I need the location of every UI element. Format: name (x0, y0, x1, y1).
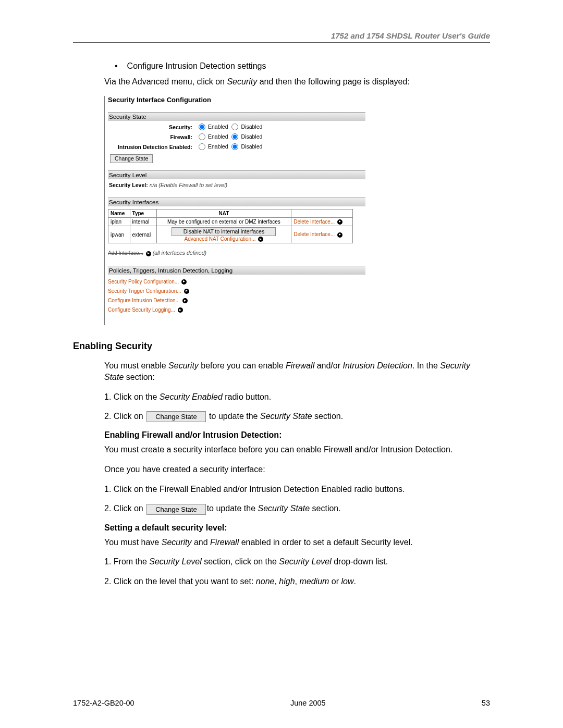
ids-disabled-radio[interactable] (231, 143, 238, 150)
level-intro: You must have Security and Firewall enab… (104, 537, 490, 548)
firewall-label: Firewall: (108, 132, 195, 142)
intrusion-config-link[interactable]: Configure Intrusion Detection... (108, 298, 180, 303)
table-row: ipwan external Disable NAT to internal i… (108, 226, 353, 243)
arrow-icon (337, 219, 342, 225)
level-step-2: 2. Click on the level that you want to s… (104, 576, 490, 587)
add-interface-link: Add Interface... (108, 250, 143, 256)
delete-interface-link[interactable]: Delete Interface... (293, 219, 335, 225)
level-label: Security Level: (109, 182, 148, 188)
opt-enabled: Enabled (208, 124, 228, 130)
level-step-1: 1. From the Security Level section, clic… (104, 556, 490, 567)
sub-heading-level: Setting a default security level: (104, 523, 490, 533)
policy-config-link[interactable]: Security Policy Configuration... (108, 279, 179, 285)
add-interface-note: (all interfaces defined) (153, 250, 206, 256)
change-state-button[interactable]: Change State (110, 154, 153, 163)
sub-heading-firewall: Enabling Firewall and/or Intrusion Detec… (104, 430, 490, 440)
arrow-icon (258, 237, 263, 242)
firewall-disabled-radio[interactable] (231, 133, 238, 140)
change-state-inline-button[interactable]: Change State (146, 504, 206, 515)
security-state-head: Security State (108, 112, 365, 121)
fw-step-2: 2. Click on Change Stateto update the Se… (104, 503, 490, 514)
bullet-text: Configure Intrusion Detection settings (127, 61, 266, 71)
page-header: 1752 and 1754 SHDSL Router User's Guide (73, 31, 490, 43)
table-row: iplan internal May be configured on exte… (108, 217, 353, 226)
firewall-enabled-radio[interactable] (199, 133, 205, 140)
security-level-head: Security Level (108, 170, 365, 180)
opt-disabled: Disabled (241, 124, 262, 130)
arrow-icon (146, 251, 151, 256)
fw-intro: You must create a security interface bef… (104, 444, 490, 455)
enable-intro: You must enable Security before you can … (104, 360, 490, 382)
bullet-icon: • (115, 61, 118, 71)
page-footer: 1752-A2-GB20-00 June 2005 53 (73, 699, 490, 707)
security-enabled-radio[interactable] (199, 124, 205, 130)
trigger-config-link[interactable]: Security Trigger Configuration... (108, 288, 181, 294)
th-type: Type (130, 209, 156, 217)
fw-once: Once you have created a security interfa… (104, 464, 490, 475)
logging-config-link[interactable]: Configure Security Logging... (108, 307, 175, 313)
security-label: Security: (108, 122, 195, 132)
change-state-inline-button[interactable]: Change State (146, 411, 206, 422)
th-nat: NAT (156, 209, 291, 217)
footer-center: June 2005 (290, 699, 326, 707)
arrow-icon (181, 279, 187, 285)
th-name: Name (108, 209, 130, 217)
disable-nat-button[interactable]: Disable NAT to internal interfaces (172, 227, 276, 236)
delete-interface-link[interactable]: Delete Interface... (293, 231, 335, 237)
enabling-security-heading: Enabling Security (73, 341, 490, 352)
ids-enabled-radio[interactable] (199, 143, 205, 150)
panel-title: Security Interface Configuration (108, 96, 365, 104)
config-panel: Security Interface Configuration Securit… (104, 96, 365, 326)
footer-left: 1752-A2-GB20-00 (73, 699, 134, 707)
ids-label: Intrusion Detection Enabled: (108, 142, 195, 152)
arrow-icon (182, 298, 188, 303)
arrow-icon (337, 232, 342, 238)
security-disabled-radio[interactable] (231, 124, 238, 130)
step-2: 2. Click on Change State to update the S… (104, 411, 490, 422)
step-1: 1. Click on the Security Enabled radio b… (104, 391, 490, 403)
fw-step-1: 1. Click on the Firewall Enabled and/or … (104, 484, 490, 495)
advanced-nat-link[interactable]: Advanced NAT Configuration... (185, 236, 256, 242)
footer-right: 53 (482, 699, 490, 707)
intro-text: Via the Advanced menu, click on Security… (104, 76, 490, 88)
level-value: n/a (Enable Firewall to set level) (150, 182, 227, 188)
policies-head: Policies, Triggers, Intrusion Detection,… (108, 266, 365, 275)
arrow-icon (178, 307, 183, 313)
arrow-icon (184, 289, 189, 294)
security-interfaces-head: Security Interfaces (108, 198, 365, 207)
bullet-item: • Configure Intrusion Detection settings (115, 61, 490, 71)
interfaces-table: Name Type NAT iplan internal May be conf… (108, 209, 353, 244)
